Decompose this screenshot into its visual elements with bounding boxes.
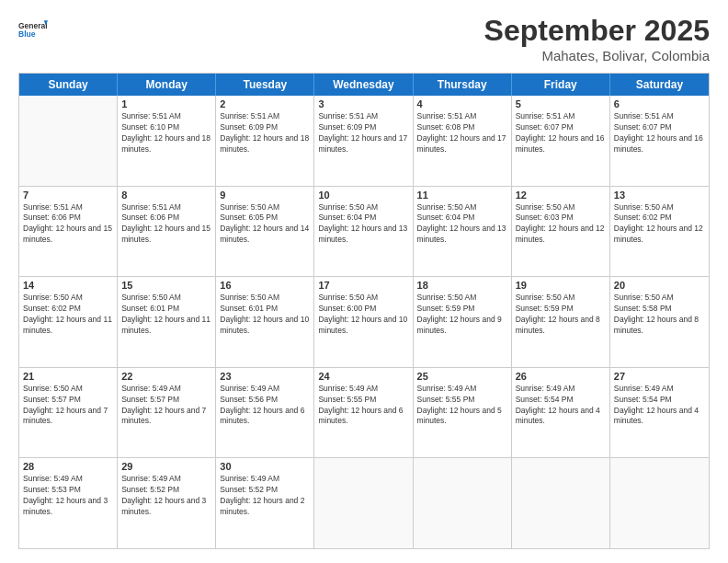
day-info: Sunrise: 5:50 AMSunset: 6:04 PMDaylight:… (417, 202, 507, 247)
empty-cell (314, 458, 413, 548)
day-cell-11: 11Sunrise: 5:50 AMSunset: 6:04 PMDayligh… (414, 187, 512, 277)
day-number: 14 (23, 280, 113, 291)
calendar-page: General Blue September 2025 Mahates, Bol… (0, 0, 728, 563)
day-cell-30: 30Sunrise: 5:49 AMSunset: 5:52 PMDayligh… (216, 458, 314, 548)
day-cell-12: 12Sunrise: 5:50 AMSunset: 6:03 PMDayligh… (512, 187, 610, 277)
day-cell-16: 16Sunrise: 5:50 AMSunset: 6:01 PMDayligh… (216, 277, 314, 367)
day-cell-5: 5Sunrise: 5:51 AMSunset: 6:07 PMDaylight… (512, 96, 610, 186)
day-cell-2: 2Sunrise: 5:51 AMSunset: 6:09 PMDaylight… (216, 96, 314, 186)
day-number: 25 (417, 371, 507, 382)
location-subtitle: Mahates, Bolivar, Colombia (484, 48, 710, 63)
day-number: 11 (417, 190, 507, 201)
day-number: 7 (23, 190, 113, 201)
week-row-5: 28Sunrise: 5:49 AMSunset: 5:53 PMDayligh… (19, 458, 709, 548)
day-info: Sunrise: 5:50 AMSunset: 6:03 PMDaylight:… (516, 202, 606, 247)
header-day-sunday: Sunday (19, 74, 118, 96)
empty-cell (610, 458, 709, 548)
day-cell-9: 9Sunrise: 5:50 AMSunset: 6:05 PMDaylight… (216, 187, 314, 277)
day-info: Sunrise: 5:50 AMSunset: 6:02 PMDaylight:… (23, 293, 113, 337)
day-number: 30 (220, 461, 310, 472)
day-info: Sunrise: 5:49 AMSunset: 5:54 PMDaylight:… (614, 384, 705, 428)
day-number: 3 (318, 98, 408, 109)
header-day-thursday: Thursday (414, 74, 512, 96)
week-row-3: 14Sunrise: 5:50 AMSunset: 6:02 PMDayligh… (19, 277, 709, 368)
day-cell-22: 22Sunrise: 5:49 AMSunset: 5:57 PMDayligh… (118, 368, 216, 458)
day-cell-20: 20Sunrise: 5:50 AMSunset: 5:58 PMDayligh… (610, 277, 709, 367)
day-cell-21: 21Sunrise: 5:50 AMSunset: 5:57 PMDayligh… (19, 368, 118, 458)
day-cell-26: 26Sunrise: 5:49 AMSunset: 5:54 PMDayligh… (512, 368, 610, 458)
header-day-wednesday: Wednesday (314, 74, 413, 96)
day-number: 4 (417, 98, 507, 109)
day-info: Sunrise: 5:51 AMSunset: 6:10 PMDaylight:… (121, 111, 211, 155)
day-number: 22 (121, 371, 211, 382)
day-info: Sunrise: 5:49 AMSunset: 5:53 PMDaylight:… (23, 474, 113, 518)
day-number: 16 (220, 280, 310, 291)
day-number: 26 (516, 371, 606, 382)
calendar: SundayMondayTuesdayWednesdayThursdayFrid… (18, 73, 710, 549)
day-info: Sunrise: 5:50 AMSunset: 5:59 PMDaylight:… (417, 293, 507, 337)
day-cell-17: 17Sunrise: 5:50 AMSunset: 6:00 PMDayligh… (314, 277, 413, 367)
day-info: Sunrise: 5:51 AMSunset: 6:09 PMDaylight:… (318, 111, 408, 155)
day-cell-14: 14Sunrise: 5:50 AMSunset: 6:02 PMDayligh… (19, 277, 118, 367)
day-number: 12 (516, 190, 606, 201)
day-cell-8: 8Sunrise: 5:51 AMSunset: 6:06 PMDaylight… (118, 187, 216, 277)
day-info: Sunrise: 5:51 AMSunset: 6:06 PMDaylight:… (23, 202, 113, 247)
day-info: Sunrise: 5:49 AMSunset: 5:56 PMDaylight:… (220, 384, 310, 428)
day-number: 10 (318, 190, 408, 201)
day-info: Sunrise: 5:49 AMSunset: 5:55 PMDaylight:… (417, 384, 507, 428)
day-info: Sunrise: 5:51 AMSunset: 6:09 PMDaylight:… (220, 111, 310, 155)
day-number: 18 (417, 280, 507, 291)
day-cell-1: 1Sunrise: 5:51 AMSunset: 6:10 PMDaylight… (118, 96, 216, 186)
logo-svg: General Blue (18, 14, 48, 47)
day-cell-13: 13Sunrise: 5:50 AMSunset: 6:02 PMDayligh… (610, 187, 709, 277)
header-day-friday: Friday (512, 74, 610, 96)
day-cell-10: 10Sunrise: 5:50 AMSunset: 6:04 PMDayligh… (314, 187, 413, 277)
day-cell-3: 3Sunrise: 5:51 AMSunset: 6:09 PMDaylight… (314, 96, 413, 186)
day-cell-23: 23Sunrise: 5:49 AMSunset: 5:56 PMDayligh… (216, 368, 314, 458)
week-row-4: 21Sunrise: 5:50 AMSunset: 5:57 PMDayligh… (19, 368, 709, 459)
week-row-1: 1Sunrise: 5:51 AMSunset: 6:10 PMDaylight… (19, 96, 709, 187)
day-number: 29 (121, 461, 211, 472)
day-info: Sunrise: 5:50 AMSunset: 6:02 PMDaylight:… (614, 202, 705, 247)
day-cell-7: 7Sunrise: 5:51 AMSunset: 6:06 PMDaylight… (19, 187, 118, 277)
empty-cell (512, 458, 610, 548)
day-cell-19: 19Sunrise: 5:50 AMSunset: 5:59 PMDayligh… (512, 277, 610, 367)
calendar-body: 1Sunrise: 5:51 AMSunset: 6:10 PMDaylight… (19, 96, 709, 548)
header-day-saturday: Saturday (610, 74, 709, 96)
day-number: 5 (516, 98, 606, 109)
day-info: Sunrise: 5:49 AMSunset: 5:52 PMDaylight:… (220, 474, 310, 518)
day-cell-28: 28Sunrise: 5:49 AMSunset: 5:53 PMDayligh… (19, 458, 118, 548)
day-number: 15 (121, 280, 211, 291)
day-number: 8 (121, 190, 211, 201)
day-number: 19 (516, 280, 606, 291)
day-number: 27 (614, 371, 705, 382)
day-cell-18: 18Sunrise: 5:50 AMSunset: 5:59 PMDayligh… (414, 277, 512, 367)
day-number: 6 (614, 98, 705, 109)
header: General Blue September 2025 Mahates, Bol… (18, 14, 710, 63)
day-cell-4: 4Sunrise: 5:51 AMSunset: 6:08 PMDaylight… (414, 96, 512, 186)
day-number: 24 (318, 371, 408, 382)
empty-cell (414, 458, 512, 548)
day-info: Sunrise: 5:51 AMSunset: 6:08 PMDaylight:… (417, 111, 507, 155)
day-cell-6: 6Sunrise: 5:51 AMSunset: 6:07 PMDaylight… (610, 96, 709, 186)
day-cell-24: 24Sunrise: 5:49 AMSunset: 5:55 PMDayligh… (314, 368, 413, 458)
day-number: 2 (220, 98, 310, 109)
title-block: September 2025 Mahates, Bolivar, Colombi… (484, 14, 710, 63)
day-number: 9 (220, 190, 310, 201)
day-info: Sunrise: 5:49 AMSunset: 5:54 PMDaylight:… (516, 384, 606, 428)
svg-text:Blue: Blue (18, 29, 36, 39)
calendar-header: SundayMondayTuesdayWednesdayThursdayFrid… (19, 74, 709, 96)
week-row-2: 7Sunrise: 5:51 AMSunset: 6:06 PMDaylight… (19, 187, 709, 278)
day-number: 23 (220, 371, 310, 382)
day-info: Sunrise: 5:50 AMSunset: 6:01 PMDaylight:… (220, 293, 310, 337)
month-title: September 2025 (484, 14, 710, 48)
day-info: Sunrise: 5:50 AMSunset: 5:58 PMDaylight:… (614, 293, 705, 337)
header-day-monday: Monday (118, 74, 216, 96)
day-info: Sunrise: 5:50 AMSunset: 5:57 PMDaylight:… (23, 384, 113, 428)
day-cell-25: 25Sunrise: 5:49 AMSunset: 5:55 PMDayligh… (414, 368, 512, 458)
day-info: Sunrise: 5:50 AMSunset: 6:00 PMDaylight:… (318, 293, 408, 337)
day-info: Sunrise: 5:49 AMSunset: 5:57 PMDaylight:… (121, 384, 211, 428)
day-number: 17 (318, 280, 408, 291)
day-info: Sunrise: 5:50 AMSunset: 6:05 PMDaylight:… (220, 202, 310, 247)
day-info: Sunrise: 5:49 AMSunset: 5:55 PMDaylight:… (318, 384, 408, 428)
